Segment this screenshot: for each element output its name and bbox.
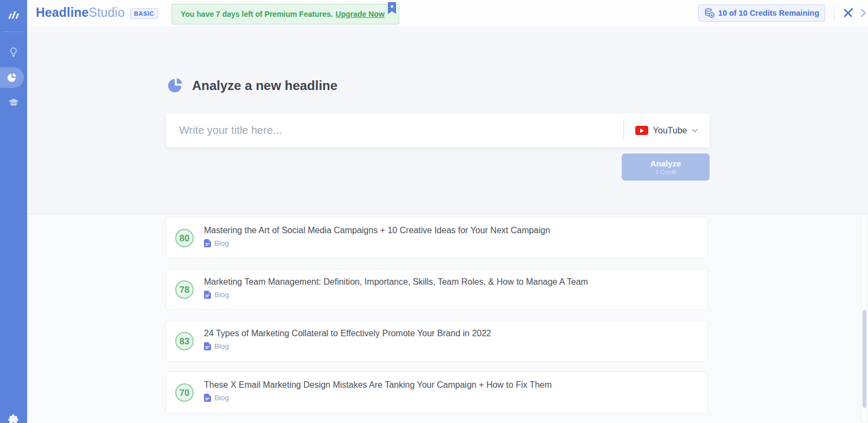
top-bar: Headline Studio BASIC You have 7 days le… [27,0,868,26]
brand-name-light: Studio [88,5,124,20]
headline-title: Mastering the Art of Social Media Campai… [204,226,699,235]
headline-meta: Blog [204,394,699,402]
analyze-button-cost: 1 Credit [655,169,676,176]
pie-chart-icon [7,72,18,84]
youtube-icon [635,126,648,135]
bookmark-icon [388,2,396,14]
brand-name-bold: Headline [36,5,88,20]
headline-input-card: YouTube [166,113,710,148]
headline-score-badge: 83 [175,332,194,350]
headline-history-item[interactable]: 83 24 Types of Marketing Collateral to E… [165,320,708,362]
document-icon [204,239,211,247]
headline-history-item[interactable]: 78 Marketing Team Management: Definition… [165,268,708,310]
upgrade-now-link[interactable]: Upgrade Now [336,10,385,18]
headline-score-badge: 78 [175,280,194,299]
app-logo: Headline Studio BASIC [36,5,158,20]
plan-badge: BASIC [130,8,158,19]
headline-type-label: Blog [214,342,229,350]
collapse-panel-chevron[interactable] [859,8,867,18]
pie-chart-icon [167,76,185,95]
headline-input[interactable] [166,113,623,148]
credits-remaining-label: 10 of 10 Credits Remaining [718,9,819,17]
headline-title: Marketing Team Management: Definition, I… [204,277,699,287]
platform-selected-label: YouTube [653,126,687,136]
headline-history-item[interactable]: 70 These X Email Marketing Design Mistak… [165,371,708,413]
headline-meta: Blog [204,239,699,247]
integrations-button[interactable] [7,413,20,423]
sidebar-divider [3,31,24,32]
headline-studio-app: Headline Studio BASIC You have 7 days le… [0,0,868,423]
topbar-right-cluster: 10 of 10 Credits Remaining [698,0,868,26]
analyzer-section: Analyze a new headline YouTube Analyze 1… [27,26,868,214]
headline-score-badge: 70 [175,383,194,402]
headline-type-label: Blog [214,239,229,247]
analyze-button-label: Analyze [650,159,681,169]
analyze-button[interactable]: Analyze 1 Credit [622,153,710,181]
platform-select[interactable]: YouTube [624,113,710,148]
headline-title: 24 Types of Marketing Collateral to Effe… [204,329,699,338]
headline-type-label: Blog [214,291,229,299]
headline-title: These X Email Marketing Design Mistakes … [204,380,699,390]
headline-meta: Blog [204,291,699,299]
premium-trial-banner: You have 7 days left of Premium Features… [171,4,399,24]
headline-text-block: Mastering the Art of Social Media Campai… [204,226,699,247]
headline-score-badge: 80 [175,229,194,247]
analyzer-heading: Analyze a new headline [167,76,337,95]
headline-meta: Blog [204,342,699,350]
lightbulb-icon [8,46,20,58]
chevron-down-icon [692,129,698,133]
document-icon [204,342,211,350]
sidebar-item-ideas[interactable] [0,43,27,61]
tools-icon [841,7,854,20]
headline-text-block: Marketing Team Management: Definition, I… [204,277,699,299]
topbar-divider [834,5,834,21]
tools-button[interactable] [841,6,855,20]
headline-text-block: These X Email Marketing Design Mistakes … [204,380,699,402]
credits-remaining-badge[interactable]: 10 of 10 Credits Remaining [698,4,825,22]
coins-icon [704,8,715,18]
document-icon [204,291,211,299]
document-icon [204,394,211,402]
banner-message: You have 7 days left of Premium Features… [181,10,333,18]
sidebar [0,0,27,423]
headline-history-item[interactable]: 80 Mastering the Art of Social Media Cam… [165,217,708,259]
headline-text-block: 24 Types of Marketing Collateral to Effe… [204,329,699,350]
page-title: Analyze a new headline [192,78,337,93]
scrollbar-track[interactable] [861,216,866,423]
graduation-cap-icon [8,97,20,108]
scrollbar-thumb[interactable] [863,310,866,408]
headline-history-list: 80 Mastering the Art of Social Media Cam… [165,217,708,423]
sidebar-item-analyze[interactable] [0,67,24,88]
headline-type-label: Blog [214,394,229,402]
puzzle-icon [7,413,20,423]
coschedule-logo-icon[interactable] [0,5,27,25]
sidebar-item-learn[interactable] [0,93,27,112]
